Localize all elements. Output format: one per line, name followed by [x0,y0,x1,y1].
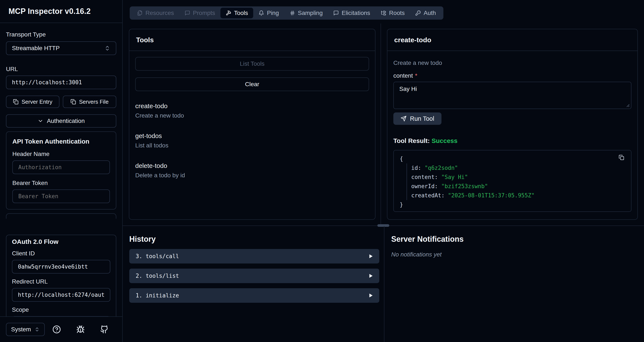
url-label: URL [6,66,116,73]
history-row-tools-call[interactable]: 3. tools/call [129,249,379,263]
tool-item-get-todos[interactable]: get-todos List all todos [135,132,369,149]
client-id-label: Client ID [12,250,110,257]
bell-icon [258,10,264,16]
url-input[interactable] [6,76,116,89]
tab-ping[interactable]: Ping [253,8,284,18]
panel-resize-divider[interactable] [380,24,381,226]
api-token-card: API Token Authentication Header Name Bea… [6,131,116,210]
chevrons-up-down-icon [34,327,40,332]
content-field-label: content* [393,72,632,79]
server-entry-button[interactable]: Server Entry [6,96,60,108]
sidebar-header: MCP Inspector v0.16.2 [0,0,122,23]
tool-detail-title: create-todo [394,36,431,44]
tool-detail-panel: create-todo Create a new todo content* S… [387,29,638,220]
bug-icon [76,325,85,334]
main-area: Resources Prompts Tools Ping Sampling El… [123,0,644,342]
clipped-card [6,213,116,219]
tab-roots[interactable]: Roots [376,8,410,18]
servers-file-button[interactable]: Servers File [63,96,116,108]
tools-panel-title: Tools [136,36,154,44]
copy-buttons-row: Server Entry Servers File [6,96,116,108]
message-square-icon [185,10,190,16]
github-icon [100,325,108,334]
json-line: id: "q6z2sodn" [411,163,625,173]
tab-tools[interactable]: Tools [220,8,253,18]
message-square-icon [333,10,339,16]
expand-arrow-icon [369,293,373,298]
api-token-title: API Token Authentication [12,138,110,145]
json-line: createdAt: "2025-08-01T15:37:05.955Z" [411,191,625,200]
help-circle-icon [52,325,61,334]
oauth-card: OAuth 2.0 Flow Client ID Redirect URL Sc… [6,235,116,316]
redirect-url-input[interactable] [12,288,110,302]
authentication-toggle[interactable]: Authentication [6,114,116,128]
transport-type-select[interactable]: Streamable HTTP [6,41,116,55]
server-notifications-title: Server Notifications [391,235,644,244]
tab-bar: Resources Prompts Tools Ping Sampling El… [130,7,444,20]
copy-icon [619,155,624,160]
run-tool-button[interactable]: Run Tool [393,112,442,125]
hash-icon [290,10,295,16]
sidebar-body: Transport Type Streamable HTTP URL Serve… [0,23,122,316]
json-close-brace: } [400,200,625,209]
clear-tools-button[interactable]: Clear [135,77,369,91]
folder-tree-icon [381,10,386,16]
key-icon [415,10,421,16]
tool-detail-header: create-todo [388,29,638,51]
bearer-token-input[interactable] [12,190,110,203]
tool-result-line: Tool Result: Success [393,137,632,144]
redirect-url-label: Redirect URL [12,278,110,285]
client-id-input[interactable] [12,260,110,273]
sidebar-footer: System [0,316,122,342]
tool-list: create-todo Create a new todo get-todos … [135,102,369,179]
tab-resources[interactable]: Resources [132,8,179,18]
tab-elicitations[interactable]: Elicitations [328,8,376,18]
copy-result-button[interactable] [619,155,624,160]
hammer-icon [226,10,231,16]
header-name-input[interactable] [12,160,110,174]
tab-auth[interactable]: Auth [410,8,441,18]
oauth-title: OAuth 2.0 Flow [12,238,110,245]
theme-select[interactable]: System [6,323,45,336]
tool-item-delete-todo[interactable]: delete-todo Delete a todo by id [135,162,369,179]
chevron-down-icon [38,118,44,124]
transport-type-value: Streamable HTTP [12,45,60,52]
bearer-token-label: Bearer Token [12,180,110,187]
required-asterisk: * [415,72,418,79]
tool-detail-description: Create a new todo [393,60,632,66]
copy-icon [70,99,76,105]
tools-panel-header: Tools [129,29,375,51]
tools-panel: Tools List Tools Clear create-todo Creat… [129,29,376,220]
github-button[interactable] [100,325,108,334]
history-row-tools-list[interactable]: 2. tools/list [129,269,379,283]
expand-arrow-icon [369,273,373,278]
notifications-empty-text: No notifications yet [391,251,644,258]
json-open-brace: { [400,154,625,163]
content-textarea[interactable]: Say Hi [393,82,632,109]
expand-arrow-icon [369,254,373,259]
footer-icons [45,325,116,334]
bug-report-button[interactable] [76,325,85,334]
copy-icon [13,99,18,105]
header-name-label: Header Name [12,151,110,157]
app-title: MCP Inspector v0.16.2 [8,7,91,16]
theme-value: System [11,326,31,333]
tab-prompts[interactable]: Prompts [179,8,220,18]
server-notifications-pane: Server Notifications No notifications ye… [385,226,644,258]
scope-label: Scope [12,306,110,313]
result-json-viewer: { id: "q6z2sodn" content: "Say Hi" owner… [393,150,632,212]
tab-sampling[interactable]: Sampling [284,8,328,18]
send-icon [400,116,406,122]
list-tools-button[interactable]: List Tools [135,57,369,71]
tool-item-create-todo[interactable]: create-todo Create a new todo [135,102,369,119]
chevrons-up-down-icon [104,45,110,51]
sidebar: MCP Inspector v0.16.2 Transport Type Str… [0,0,123,342]
files-icon [137,10,143,16]
result-status-badge: Success [432,137,458,144]
json-line: ownerId: "bzif253zswnb" [411,182,625,191]
help-button[interactable] [52,325,61,334]
json-line: content: "Say Hi" [411,173,625,182]
history-title: History [129,235,379,244]
history-pane: History 3. tools/call 2. tools/list 1. i… [123,226,384,342]
history-row-initialize[interactable]: 1. initialize [129,288,379,303]
